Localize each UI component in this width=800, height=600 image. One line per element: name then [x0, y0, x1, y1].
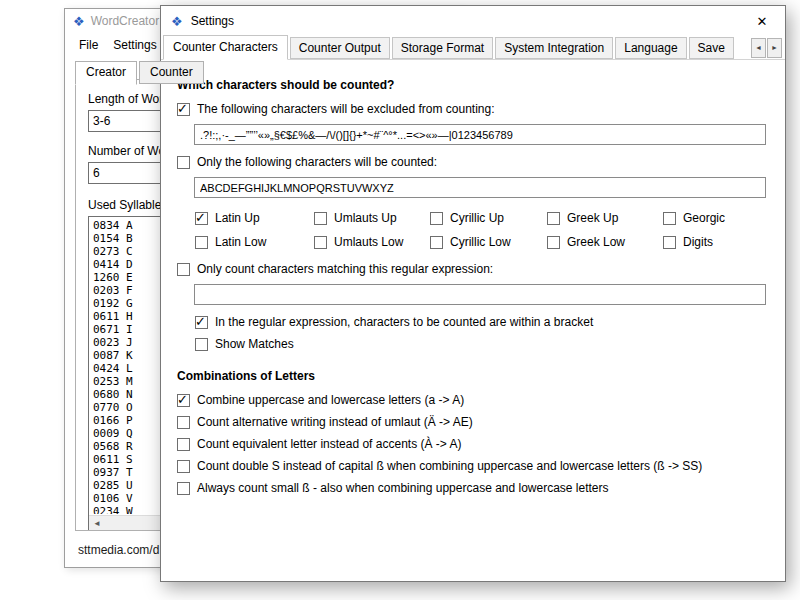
wordcreator-tabs: Creator Counter — [75, 61, 463, 84]
checkbox-label: Count alternative writing instead of uml… — [197, 415, 473, 429]
checkbox-label: Greek Low — [567, 235, 625, 249]
charset-checkbox-grid: Latin Up Umlauts Up Cyrillic Up Greek Up… — [195, 208, 767, 252]
checkbox-box — [314, 236, 327, 249]
checkbox-label: In the regular expression, characters to… — [215, 315, 593, 329]
settings-dialog: ❖ Settings ✕ Counter Characters Counter … — [160, 5, 786, 582]
checkbox-label: Show Matches — [215, 337, 294, 351]
greek-low-checkbox[interactable]: Greek Low — [547, 235, 663, 249]
menu-file[interactable]: File — [79, 38, 98, 52]
excluded-characters-input[interactable] — [194, 124, 766, 145]
checkbox-label: Combine uppercase and lowercase letters … — [197, 393, 464, 407]
checkbox-box — [177, 263, 190, 276]
umlauts-low-checkbox[interactable]: Umlauts Low — [314, 235, 430, 249]
tab-creator[interactable]: Creator — [75, 61, 137, 85]
checkbox-label: Always count small ß - also when combini… — [197, 481, 609, 495]
section-heading-combinations: Combinations of Letters — [177, 369, 767, 383]
checkbox-label: The following characters will be exclude… — [197, 102, 494, 116]
digits-checkbox[interactable]: Digits — [663, 235, 767, 249]
scroll-left-icon[interactable]: ◄ — [89, 519, 105, 528]
regex-input[interactable] — [194, 284, 766, 305]
checkbox-label: Greek Up — [567, 211, 618, 225]
tab-counter-characters[interactable]: Counter Characters — [163, 35, 288, 60]
checkbox-box — [663, 236, 676, 249]
georgic-checkbox[interactable]: Georgic — [663, 211, 767, 225]
checkbox-label: Georgic — [683, 211, 725, 225]
checkbox-label: Count equivalent letter instead of accen… — [197, 437, 461, 451]
checkbox-box — [314, 212, 327, 225]
settings-tabstrip: Counter Characters Counter Output Storag… — [161, 36, 785, 60]
checkbox-label: Latin Low — [215, 235, 266, 249]
checkbox-label: Only count characters matching this regu… — [197, 262, 493, 276]
checkbox-box — [195, 212, 208, 225]
only-characters-checkbox[interactable]: Only the following characters will be co… — [177, 155, 767, 169]
tab-counter-output[interactable]: Counter Output — [290, 37, 390, 59]
equivalent-accents-checkbox[interactable]: Count equivalent letter instead of accen… — [177, 437, 767, 451]
checkbox-box — [195, 236, 208, 249]
checkbox-label: Only the following characters will be co… — [197, 155, 437, 169]
desktop: ❖ WordCreator - File Settings Sy Creator… — [0, 0, 800, 600]
tab-save[interactable]: Save — [689, 37, 734, 59]
checkbox-box — [177, 460, 190, 473]
double-s-checkbox[interactable]: Count double S instead of capital ß when… — [177, 459, 767, 473]
checkbox-box — [177, 156, 190, 169]
checkbox-box — [177, 482, 190, 495]
close-button[interactable]: ✕ — [739, 6, 785, 36]
checkbox-label: Cyrillic Low — [450, 235, 511, 249]
checkbox-box — [547, 212, 560, 225]
greek-up-checkbox[interactable]: Greek Up — [547, 211, 663, 225]
sttmedia-link[interactable]: sttmedia.com/d — [78, 543, 159, 557]
checkbox-label: Cyrillic Up — [450, 211, 504, 225]
tab-scroll-left-icon[interactable]: ◄ — [751, 38, 766, 58]
small-s-checkbox[interactable]: Always count small ß - also when combini… — [177, 481, 767, 495]
checkbox-box — [177, 394, 190, 407]
checkbox-label: Umlauts Up — [334, 211, 397, 225]
checkbox-box — [663, 212, 676, 225]
counter-characters-page: Which characters should be counted? The … — [161, 60, 785, 495]
menu-settings[interactable]: Settings — [113, 38, 156, 52]
checkbox-label: Count double S instead of capital ß when… — [197, 459, 702, 473]
tab-counter[interactable]: Counter — [139, 61, 204, 84]
checkbox-box — [547, 236, 560, 249]
checkbox-box — [177, 103, 190, 116]
regex-checkbox[interactable]: Only count characters matching this regu… — [177, 262, 767, 276]
checkbox-box — [177, 438, 190, 451]
settings-icon: ❖ — [171, 15, 183, 28]
latin-up-checkbox[interactable]: Latin Up — [195, 211, 314, 225]
settings-title: Settings — [191, 14, 234, 28]
cyrillic-low-checkbox[interactable]: Cyrillic Low — [430, 235, 547, 249]
combine-case-checkbox[interactable]: Combine uppercase and lowercase letters … — [177, 393, 767, 407]
latin-low-checkbox[interactable]: Latin Low — [195, 235, 314, 249]
show-matches-checkbox[interactable]: Show Matches — [195, 337, 767, 351]
cyrillic-up-checkbox[interactable]: Cyrillic Up — [430, 211, 547, 225]
checkbox-box — [195, 316, 208, 329]
tab-storage-format[interactable]: Storage Format — [392, 37, 493, 59]
tab-scroll-buttons: ◄ ► — [750, 38, 782, 58]
tab-system-integration[interactable]: System Integration — [495, 37, 613, 59]
checkbox-box — [177, 416, 190, 429]
checkbox-box — [430, 236, 443, 249]
excluded-characters-checkbox[interactable]: The following characters will be exclude… — [177, 102, 767, 116]
alternative-umlaut-checkbox[interactable]: Count alternative writing instead of uml… — [177, 415, 767, 429]
checkbox-label: Umlauts Low — [334, 235, 403, 249]
regex-bracket-checkbox[interactable]: In the regular expression, characters to… — [195, 315, 767, 329]
umlauts-up-checkbox[interactable]: Umlauts Up — [314, 211, 430, 225]
settings-titlebar[interactable]: ❖ Settings ✕ — [161, 6, 785, 36]
only-characters-input[interactable] — [194, 177, 766, 198]
wordcreator-title: WordCreator - — [91, 14, 167, 28]
checkbox-box — [430, 212, 443, 225]
checkbox-label: Digits — [683, 235, 713, 249]
checkbox-box — [195, 338, 208, 351]
tab-language[interactable]: Language — [615, 37, 686, 59]
app-icon: ❖ — [73, 15, 85, 28]
tab-scroll-right-icon[interactable]: ► — [767, 38, 782, 58]
checkbox-label: Latin Up — [215, 211, 260, 225]
